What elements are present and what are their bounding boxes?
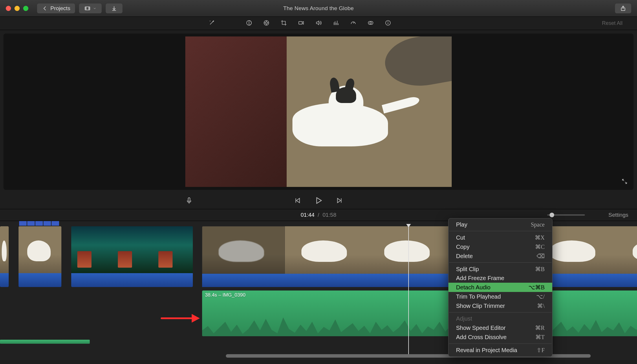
speedometer-icon [350, 20, 356, 26]
clip-appearance-button[interactable] [79, 3, 102, 13]
svg-point-12 [213, 21, 213, 22]
timeline-selected-clip[interactable]: 38.4s – IMG_0390 [202, 226, 637, 336]
svg-marker-45 [338, 198, 341, 203]
speed-adjust-button[interactable] [350, 20, 356, 27]
volume-icon [315, 20, 322, 26]
timecode-display: 01:44 / 01:58 [301, 212, 336, 218]
noise-reduce-button[interactable] [333, 20, 339, 27]
fullscreen-button[interactable] [621, 178, 628, 186]
projects-label: Projects [50, 5, 70, 12]
audio-waveform [202, 313, 637, 336]
audio-track-stub[interactable] [0, 340, 90, 344]
chevron-left-icon [42, 5, 48, 12]
ctx-adjust: Adjust [449, 314, 552, 323]
wand-icon [208, 20, 215, 26]
volume-adjust-button[interactable] [315, 20, 322, 27]
ctx-show-speed-editor[interactable]: Show Speed Editor⌘R [449, 323, 552, 332]
close-window-button[interactable] [6, 6, 11, 11]
fullscreen-icon [621, 178, 628, 185]
share-button[interactable] [615, 3, 631, 13]
overlay-icon [367, 20, 374, 26]
preview-frame [185, 36, 452, 187]
color-wheel-icon [263, 20, 270, 26]
share-icon [620, 5, 626, 12]
overlay-adjust-button[interactable] [367, 20, 374, 27]
svg-line-39 [625, 182, 627, 184]
preview-viewer[interactable] [3, 34, 634, 190]
ctx-split-clip[interactable]: Split Clip⌘B [449, 264, 552, 274]
projects-back-button[interactable]: Projects [37, 3, 75, 13]
download-icon [111, 5, 117, 12]
timeline-clip[interactable] [0, 226, 9, 287]
crop-icon [281, 20, 287, 26]
enhance-button[interactable] [208, 20, 215, 27]
timeline-settings-button[interactable]: Settings [608, 212, 628, 218]
stabilize-button[interactable] [298, 20, 304, 27]
annotation-arrow [161, 315, 200, 321]
svg-line-11 [210, 22, 213, 24]
play-button[interactable] [314, 196, 323, 206]
minimize-window-button[interactable] [14, 6, 20, 11]
voiceover-button[interactable] [185, 197, 193, 205]
svg-rect-24 [299, 21, 302, 24]
clip-markers[interactable] [19, 221, 60, 226]
crop-adjust-button[interactable] [281, 20, 287, 27]
ctx-reveal-in-project-media[interactable]: Reveal in Project Media⇧F [449, 345, 552, 355]
svg-point-19 [265, 22, 267, 24]
ctx-copy[interactable]: Copy⌘C [449, 242, 552, 251]
prev-frame-button[interactable] [294, 197, 301, 205]
skip-forward-icon [336, 197, 343, 204]
traffic-lights [6, 6, 28, 11]
window-title: The News Around the Globe [283, 5, 354, 12]
transport-controls [0, 193, 637, 209]
timeline-zoom-slider[interactable] [547, 214, 585, 216]
zoom-window-button[interactable] [23, 6, 28, 11]
ctx-cut[interactable]: Cut⌘X [449, 233, 552, 242]
svg-marker-42 [296, 198, 300, 203]
svg-rect-0 [85, 7, 90, 10]
ctx-add-freeze-frame[interactable]: Add Freeze Frame [449, 274, 552, 283]
import-button[interactable] [106, 3, 122, 13]
ctx-trim-to-playhead[interactable]: Trim To Playhead⌥/ [449, 292, 552, 301]
detached-audio-label: 38.4s – IMG_0390 [205, 292, 246, 298]
adjust-toolbar: Reset All [0, 17, 637, 30]
time-separator: / [318, 212, 319, 218]
microphone-icon [185, 197, 193, 204]
ctx-show-clip-trimmer[interactable]: Show Clip Trimmer⌘\ [449, 301, 552, 310]
contrast-icon [246, 20, 252, 26]
clip-context-menu: PlaySpace Cut⌘X Copy⌘C Delete⌫ Split Cli… [448, 218, 552, 357]
info-button[interactable] [385, 20, 391, 27]
filmstrip-icon [84, 5, 91, 12]
timeline-clip[interactable] [19, 226, 61, 287]
svg-rect-40 [188, 198, 190, 201]
svg-line-32 [353, 22, 354, 23]
ctx-play[interactable]: PlaySpace [449, 220, 552, 229]
ctx-detach-audio[interactable]: Detach Audio⌥⌘B [449, 283, 552, 292]
next-frame-button[interactable] [336, 197, 343, 205]
playhead[interactable] [408, 224, 409, 357]
total-time: 01:58 [323, 212, 336, 218]
window-titlebar: Projects The News Around the Globe [0, 0, 637, 17]
ctx-delete[interactable]: Delete⌫ [449, 251, 552, 261]
color-adjust-button[interactable] [263, 20, 270, 27]
skip-back-icon [294, 197, 301, 204]
svg-point-37 [388, 21, 388, 22]
svg-marker-26 [316, 21, 319, 25]
contrast-adjust-button[interactable] [246, 20, 252, 27]
svg-marker-44 [317, 198, 321, 203]
play-icon [314, 196, 323, 205]
equalizer-icon [333, 20, 339, 26]
current-time: 01:44 [301, 212, 315, 218]
detached-audio-clip[interactable]: 38.4s – IMG_0390 [202, 291, 637, 336]
chevron-down-icon [93, 5, 96, 12]
ctx-add-cross-dissolve[interactable]: Add Cross Dissolve⌘T [449, 332, 552, 342]
timeline-clip[interactable] [71, 226, 193, 287]
reset-all-button[interactable]: Reset All [602, 20, 623, 26]
camera-icon [298, 20, 304, 26]
svg-line-38 [623, 179, 624, 181]
info-icon [385, 20, 391, 26]
